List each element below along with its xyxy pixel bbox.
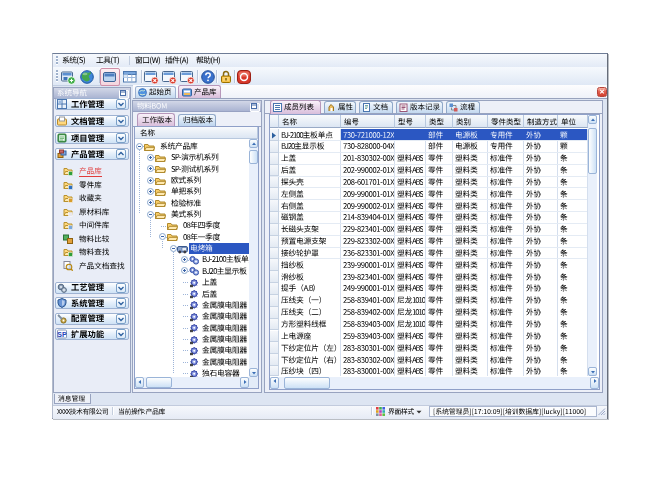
svg-text:SP: SP bbox=[57, 331, 67, 338]
